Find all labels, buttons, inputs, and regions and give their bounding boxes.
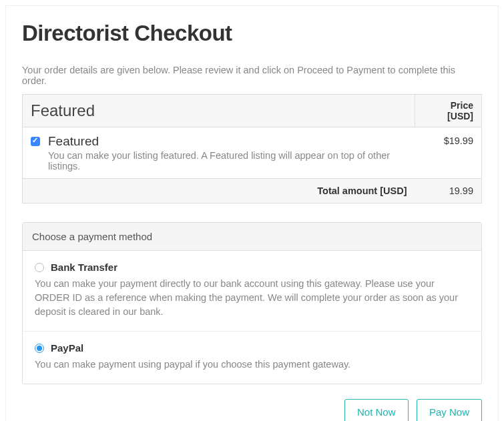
bank-title: Bank Transfer — [51, 262, 117, 273]
payment-option-bank[interactable]: Bank Transfer You can make your payment … — [23, 251, 481, 332]
bank-description: You can make your payment directly to ou… — [35, 277, 469, 319]
table-row: Featured You can make your listing featu… — [23, 127, 482, 179]
total-label: Total amount [USD] — [23, 179, 415, 203]
bank-radio[interactable] — [35, 263, 44, 272]
not-now-button[interactable]: Not Now — [344, 399, 409, 421]
item-title: Featured — [48, 134, 407, 149]
item-description: You can make your listing featured. A Fe… — [48, 150, 407, 171]
total-value: 19.99 — [415, 179, 482, 203]
action-bar: Not Now Pay Now — [22, 399, 482, 421]
paypal-description: You can make payment using paypal if you… — [35, 358, 469, 372]
intro-text: Your order details are given below. Plea… — [22, 65, 482, 86]
order-heading: Featured — [23, 95, 415, 127]
paypal-radio[interactable] — [35, 344, 44, 353]
price-heading: Price [USD] — [415, 95, 482, 127]
page-title: Directorist Checkout — [22, 21, 482, 46]
payment-panel: Choose a payment method Bank Transfer Yo… — [22, 222, 482, 384]
paypal-title: PayPal — [51, 342, 83, 354]
checkout-container: Directorist Checkout Your order details … — [5, 5, 499, 421]
featured-checkbox[interactable] — [31, 137, 40, 146]
payment-option-paypal[interactable]: PayPal You can make payment using paypal… — [23, 332, 481, 384]
pay-now-button[interactable]: Pay Now — [417, 399, 482, 421]
total-row: Total amount [USD] 19.99 — [23, 179, 482, 203]
order-table: Featured Price [USD] Featured You can ma… — [22, 94, 482, 203]
payment-heading: Choose a payment method — [23, 223, 481, 251]
item-price: $19.99 — [415, 127, 482, 179]
